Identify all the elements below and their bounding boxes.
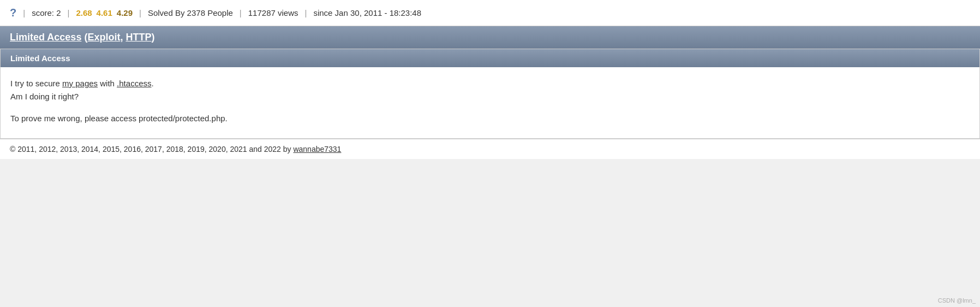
separator-2: | [67, 8, 69, 17]
watermark: CSDN @lmn_ [938, 297, 976, 304]
body-text-pre: I try to secure [10, 79, 62, 88]
challenge-section: Limited Access I try to secure my pages … [0, 49, 980, 139]
separator-5: | [305, 8, 307, 17]
category-bar: Limited Access (Exploit, HTTP) [0, 26, 980, 49]
since-text: since Jan 30, 2011 - 18:23:48 [313, 8, 421, 17]
top-bar: ? | score: 2 | 2.68 4.61 4.29 | Solved B… [0, 0, 980, 26]
separator-3: | [139, 8, 141, 17]
footer-author-link[interactable]: wannabe7331 [293, 145, 341, 154]
score-461-link[interactable]: 4.61 [97, 8, 112, 17]
score-429-link[interactable]: 4.29 [117, 8, 133, 17]
category-http-link[interactable]: HTTP [126, 32, 151, 43]
challenge-paragraph-1: I try to secure my pages with .htaccess.… [10, 77, 970, 103]
challenge-title: Limited Access [10, 54, 70, 63]
separator-4: | [240, 8, 242, 17]
footer-bar: © 2011, 2012, 2013, 2014, 2015, 2016, 20… [0, 139, 980, 159]
question-icon: ? [10, 7, 16, 19]
category-sep-close: ) [151, 32, 154, 43]
score-label: score: 2 [32, 8, 61, 17]
category-title-link[interactable]: Limited Access [10, 32, 81, 43]
my-pages-link[interactable]: my pages [62, 79, 98, 88]
challenge-title-bar: Limited Access [1, 49, 979, 67]
views-text: 117287 views [248, 8, 298, 17]
challenge-paragraph-2: To prove me wrong, please access protect… [10, 112, 970, 125]
body-text-mid: with [98, 79, 117, 88]
footer-copyright: © 2011, 2012, 2013, 2014, 2015, 2016, 20… [10, 145, 293, 154]
score-268-link[interactable]: 2.68 [76, 8, 92, 17]
body-line2: Am I doing it right? [10, 92, 79, 101]
body-text-post: . [151, 79, 153, 88]
solved-by-link[interactable]: Solved By 2378 People [148, 8, 233, 17]
challenge-body: I try to secure my pages with .htaccess.… [1, 67, 979, 138]
separator-1: | [23, 8, 25, 17]
page-wrapper: ? | score: 2 | 2.68 4.61 4.29 | Solved B… [0, 0, 980, 159]
category-sep-comma: , [120, 32, 126, 43]
htaccess-link[interactable]: .htaccess [117, 79, 151, 88]
category-exploit-link[interactable]: Exploit [87, 32, 120, 43]
category-sep-open: ( [81, 32, 87, 43]
